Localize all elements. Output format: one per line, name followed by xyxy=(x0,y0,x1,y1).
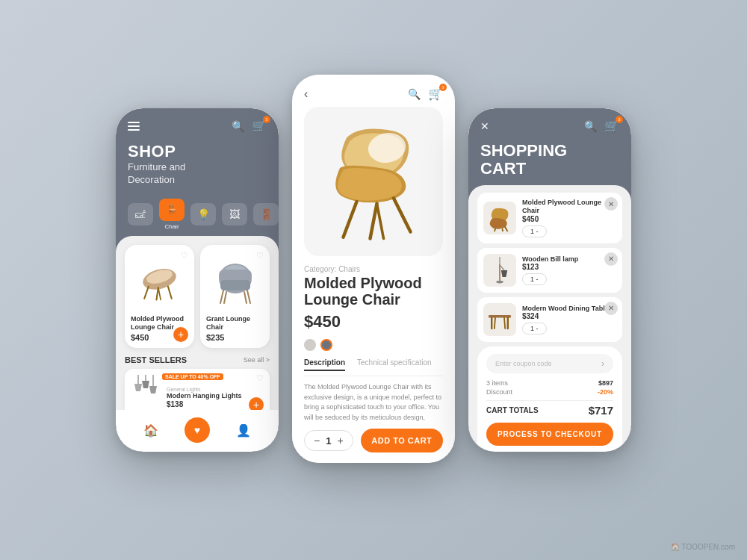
search-icon[interactable]: 🔍 xyxy=(232,120,244,132)
cart-chair-svg xyxy=(486,205,513,231)
coupon-input-row[interactable]: Enter coupon code › xyxy=(486,354,613,373)
wishlist-btn-1[interactable]: ♡ xyxy=(181,251,188,261)
cart-icon[interactable]: 🛒 3 xyxy=(252,119,267,133)
category-frame[interactable]: 🖼 xyxy=(222,203,247,225)
cart-item-price-2: $123 xyxy=(522,263,616,271)
product-img-2: ♡ xyxy=(206,251,264,311)
hanging-lights-svg xyxy=(131,375,161,410)
svg-rect-9 xyxy=(220,280,250,290)
category-chair[interactable]: 🪑 Chair xyxy=(159,199,185,230)
chair-label: Chair xyxy=(164,223,179,230)
cart-header: ✕ 🔍 🛒 3 xyxy=(468,108,631,139)
products-area: ♡ Molded xyxy=(116,236,279,410)
svg-line-29 xyxy=(500,265,504,270)
door-icon: 🚪 xyxy=(253,203,279,225)
detail-cart-icon[interactable]: 🛒 3 xyxy=(428,87,443,101)
tab-technical[interactable]: Technical specification xyxy=(357,358,432,371)
watermark-icon: 🏠 xyxy=(671,543,680,551)
bs-add-btn[interactable]: + xyxy=(249,397,264,410)
coupon-totals-area: Enter coupon code › 3 items $897 Discoun… xyxy=(477,346,622,452)
cart-close-icon[interactable]: ✕ xyxy=(480,120,489,132)
detail-header-icons: 🔍 🛒 3 xyxy=(408,87,443,101)
cart-item-price-3: $324 xyxy=(522,312,616,320)
svg-rect-8 xyxy=(219,270,252,280)
discount-label: Discount xyxy=(486,388,512,396)
quantity-control: − 1 + xyxy=(304,430,353,451)
svg-line-11 xyxy=(247,290,250,303)
swatch-light[interactable] xyxy=(304,339,316,351)
cart-table-svg xyxy=(486,306,513,333)
hamburger-menu[interactable] xyxy=(128,122,140,131)
color-swatches xyxy=(304,339,443,351)
detail-product-name: Molded Plywood Lounge Chair xyxy=(304,275,443,308)
wishlist-btn-2[interactable]: ♡ xyxy=(256,251,264,261)
cart-search-icon[interactable]: 🔍 xyxy=(584,120,597,132)
cart-item-price-1: $450 xyxy=(522,215,616,223)
detail-tabs: Description Technical specification xyxy=(304,358,443,376)
cart-lamp-svg xyxy=(486,257,513,284)
quantity-value: 1 xyxy=(326,435,331,447)
best-sellers-header: BEST SELLERS See all > xyxy=(125,355,270,364)
cart-item-img-2 xyxy=(483,254,516,287)
swatch-dark[interactable] xyxy=(320,339,332,351)
svg-line-36 xyxy=(495,318,495,329)
category-sofa[interactable]: 🛋 xyxy=(128,203,153,225)
category-door[interactable]: 🚪 xyxy=(253,203,279,225)
bottom-nav: 🏠 ♥ 👤 xyxy=(116,410,279,452)
tab-description[interactable]: Description xyxy=(304,358,345,371)
cart-item-info-3: Modern Wood Dining Table $324 1 - xyxy=(522,305,616,335)
detail-content: Category: Chairs Molded Plywood Lounge C… xyxy=(292,265,455,421)
cart-item-info-2: Wooden Bill lamp $123 1 - xyxy=(522,255,616,286)
cart-item-qty-3: 1 - xyxy=(522,323,547,335)
qty-increase-btn[interactable]: + xyxy=(337,435,343,447)
cart-item-img-1 xyxy=(483,202,516,234)
svg-line-10 xyxy=(220,290,223,303)
cart-item-qty-2: 1 - xyxy=(522,273,547,285)
product-price-2: $235 xyxy=(206,333,264,342)
shop-subtitle: Furniture andDecoration xyxy=(128,161,267,187)
remove-item-btn-3[interactable]: ✕ xyxy=(604,302,618,315)
see-all-link[interactable]: See all > xyxy=(244,356,270,364)
cart-item-img-3 xyxy=(483,303,516,336)
cart-bag-icon[interactable]: 🛒 3 xyxy=(604,119,619,133)
home-nav[interactable]: 🏠 xyxy=(143,423,158,438)
checkout-button[interactable]: PROCESS TO CHECKOUT xyxy=(486,423,613,446)
lamp-icon: 💡 xyxy=(190,203,216,225)
bs-category: General Lights xyxy=(167,387,264,392)
best-seller-card[interactable]: SALE UP TO 40% OFF General Lights Modern… xyxy=(125,369,270,410)
product-img-1: ♡ xyxy=(131,251,188,311)
coupon-placeholder: Enter coupon code xyxy=(495,360,601,367)
cart-item-1: Molded Plywood Lounge Chair $450 1 - ✕ xyxy=(477,193,622,243)
detail-cart-badge: 3 xyxy=(439,84,447,91)
bs-wishlist-btn[interactable]: ♡ xyxy=(256,373,264,383)
svg-line-2 xyxy=(144,287,149,299)
add-to-cart-button[interactable]: ADD TO CART xyxy=(361,429,443,452)
profile-nav[interactable]: 👤 xyxy=(236,423,251,438)
remove-item-btn-2[interactable]: ✕ xyxy=(604,252,618,266)
detail-search-icon[interactable]: 🔍 xyxy=(408,88,421,100)
svg-marker-19 xyxy=(149,386,157,393)
cart-item-name-2: Wooden Bill lamp xyxy=(522,255,616,264)
items-total-value: $897 xyxy=(598,379,613,387)
heart-nav[interactable]: ♥ xyxy=(185,417,210,443)
cart-total-label: CART TOTALS xyxy=(486,406,539,414)
svg-line-26 xyxy=(503,229,503,231)
qty-decrease-btn[interactable]: − xyxy=(314,435,320,447)
cart-item-3: Modern Wood Dining Table $324 1 - ✕ xyxy=(477,297,622,342)
watermark-text: TOOOPEN.com xyxy=(682,543,736,551)
cart-header-icons: 🔍 🛒 3 xyxy=(584,119,619,133)
detail-description: The Molded Plywood Lounge Chair with its… xyxy=(304,382,443,421)
svg-line-22 xyxy=(394,199,411,232)
back-button[interactable]: ‹ xyxy=(304,87,308,101)
sofa-icon: 🛋 xyxy=(128,203,153,225)
bs-name: Modern Hanging Lights xyxy=(167,392,264,400)
category-lamp[interactable]: 💡 xyxy=(190,203,216,225)
shop-phone: 🔍 🛒 3 SHOP Furniture andDecoration 🛋 🪑 xyxy=(116,108,279,452)
svg-line-21 xyxy=(371,204,377,239)
detail-category: Category: Chairs xyxy=(304,265,443,273)
product-card-1[interactable]: ♡ Molded xyxy=(125,245,194,349)
shop-title: SHOP xyxy=(128,142,267,161)
cart-title: SHOPPINGCART xyxy=(480,142,619,178)
product-hero xyxy=(304,107,443,256)
product-card-2[interactable]: ♡ xyxy=(200,245,270,349)
